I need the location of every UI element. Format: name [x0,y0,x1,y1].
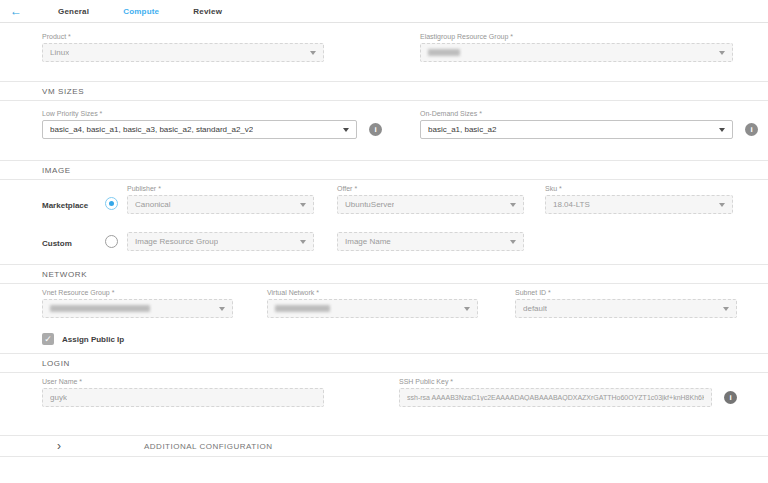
login-row: User Name * guyk SSH Public Key * ssh-rs… [0,378,768,407]
section-vm-sizes: VM SIZES [0,81,768,101]
tab-review[interactable]: Review [193,7,222,16]
vm-sizes-row: Low Priority Sizes * basic_a4, basic_a1,… [0,110,768,139]
compute-form-page: ← General Compute Review Product * Linux… [0,0,768,483]
chevron-down-icon [300,203,306,207]
tab-compute[interactable]: Compute [123,7,159,16]
product-select: Linux [42,43,324,62]
offer-select: UbuntuServer [337,195,524,214]
product-value: Linux [50,48,69,57]
virtual-network-select [267,299,478,318]
marketplace-row: Marketplace Publisher * Canonical Offer … [0,185,768,214]
back-arrow-icon[interactable]: ← [10,5,22,17]
section-image: IMAGE [0,160,768,180]
section-login: LOGIN [0,353,768,373]
image-name-select: Image Name [337,232,524,251]
vm-sizes-header: VM SIZES [42,87,84,96]
sku-label: Sku * [545,185,733,192]
assign-public-ip-row: ✓ Assign Public Ip [0,333,768,345]
redacted-value [275,305,330,312]
publisher-value: Canonical [135,200,171,209]
wizard-tab-bar: ← General Compute Review [0,0,768,23]
product-label: Product * [42,33,324,40]
marketplace-radio[interactable] [105,197,118,210]
additional-configuration-toggle[interactable]: › ADDITIONAL CONFIGURATION [0,435,768,457]
user-name-label: User Name * [42,378,324,385]
elastigroup-resource-group-select [420,43,733,62]
offer-label: Offer * [337,185,524,192]
redacted-value [428,49,460,56]
user-name-value: guyk [50,393,67,402]
user-name-input: guyk [42,388,324,407]
image-resource-group-select: Image Resource Group [127,232,314,251]
info-icon[interactable]: i [745,123,758,136]
vnet-resource-group-label: Vnet Resource Group * [42,289,233,296]
assign-public-ip-checkbox[interactable]: ✓ [42,333,54,345]
elastigroup-resource-group-label: Elastigroup Resource Group * [420,33,733,40]
chevron-down-icon [719,203,725,207]
low-priority-sizes-label: Low Priority Sizes * [42,110,357,117]
low-priority-sizes-value: basic_a4, basic_a1, basic_a3, basic_a2, … [50,125,253,134]
network-row: Vnet Resource Group * Virtual Network * … [0,289,768,318]
chevron-down-icon [464,307,470,311]
sku-value: 18.04-LTS [553,200,590,209]
tab-general[interactable]: General [58,7,89,16]
custom-radio[interactable] [105,235,118,248]
info-icon[interactable]: i [724,391,737,404]
chevron-down-icon [219,307,225,311]
ssh-public-key-input: ssh-rsa AAAAB3NzaC1yc2EAAAADAQABAAABAQDX… [399,388,712,407]
chevron-down-icon [300,240,306,244]
marketplace-label: Marketplace [42,197,105,210]
chevron-down-icon [510,203,516,207]
chevron-right-icon: › [57,440,61,452]
chevron-down-icon [719,128,725,132]
ssh-public-key-label: SSH Public Key * [399,378,712,385]
sku-select: 18.04-LTS [545,195,733,214]
custom-label: Custom [42,235,105,248]
image-header: IMAGE [42,166,71,175]
network-header: NETWORK [42,270,87,279]
login-header: LOGIN [42,359,70,368]
chevron-down-icon [719,51,725,55]
offer-value: UbuntuServer [345,200,394,209]
assign-public-ip-label: Assign Public Ip [62,335,124,344]
chevron-down-icon [723,307,729,311]
additional-configuration-label: ADDITIONAL CONFIGURATION [144,442,272,451]
redacted-value [50,305,150,312]
ssh-public-key-value: ssh-rsa AAAAB3NzaC1yc2EAAAADAQABAAABAQDX… [407,394,704,401]
section-network: NETWORK [0,264,768,284]
on-demand-sizes-label: On-Demand Sizes * [420,110,733,117]
virtual-network-label: Virtual Network * [267,289,478,296]
subnet-id-select: default [515,299,737,318]
publisher-select: Canonical [127,195,314,214]
custom-row: Custom Image Resource Group Image Name [0,232,768,251]
low-priority-sizes-select[interactable]: basic_a4, basic_a1, basic_a3, basic_a2, … [42,120,357,139]
chevron-down-icon [343,128,349,132]
on-demand-sizes-value: basic_a1, basic_a2 [428,125,497,134]
chevron-down-icon [510,240,516,244]
chevron-down-icon [310,51,316,55]
info-icon[interactable]: i [369,123,382,136]
subnet-id-value: default [523,304,547,313]
on-demand-sizes-select[interactable]: basic_a1, basic_a2 [420,120,733,139]
product-row: Product * Linux Elastigroup Resource Gro… [0,33,768,62]
subnet-id-label: Subnet ID * [515,289,737,296]
publisher-label: Publisher * [127,185,314,192]
vnet-resource-group-select [42,299,233,318]
image-resource-group-placeholder: Image Resource Group [135,237,218,246]
image-name-placeholder: Image Name [345,237,391,246]
